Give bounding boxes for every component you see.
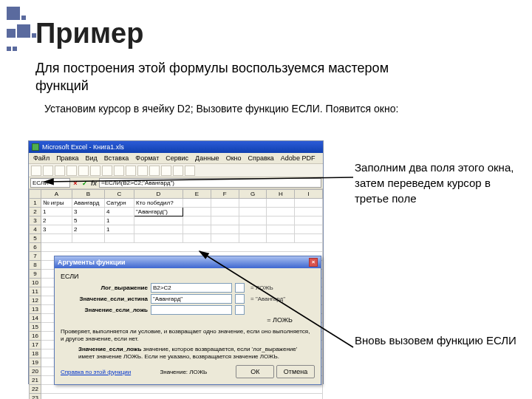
result-eq: = ЛОЖЬ <box>61 316 293 324</box>
menu-view[interactable]: Вид <box>86 154 98 162</box>
ok-button[interactable]: ОК <box>236 365 274 378</box>
subtitle: Для построения этой формулы воспользуемс… <box>35 59 434 95</box>
toolbar-button[interactable] <box>102 166 112 176</box>
table-row: 1 № игры Авангард Сатурн Кто победил? <box>30 199 323 208</box>
result-label: Значение: ЛОЖЬ <box>160 369 207 375</box>
excel-title: Microsoft Excel - Книга1.xls <box>42 143 124 151</box>
table-row: 5 <box>30 234 323 243</box>
toolbar-button[interactable] <box>149 166 160 176</box>
worksheet-grid[interactable]: A B C D E F G H I 1 № игры Авангард Сату… <box>29 189 323 399</box>
toolbar-button[interactable] <box>90 166 100 176</box>
fx-cancel-button[interactable]: × <box>72 180 79 187</box>
menu-window[interactable]: Окно <box>226 154 242 162</box>
argument-description: Значение_если_ложь значение, которое воз… <box>78 346 315 361</box>
function-arguments-dialog: Аргументы функции × ЕСЛИ Лог_выражение =… <box>54 256 321 385</box>
menu-insert[interactable]: Вставка <box>104 154 129 162</box>
collapse-icon[interactable] <box>235 305 245 315</box>
dialog-titlebar[interactable]: Аргументы функции × <box>55 256 321 268</box>
function-description: Проверяет, выполняется ли условие, и воз… <box>61 328 315 343</box>
menu-help[interactable]: Справка <box>248 154 274 162</box>
column-headers: A B C D E F G H I <box>30 190 323 199</box>
step-text: Установим курсор в ячейку D2; Вызовите ф… <box>44 102 399 117</box>
fx-buttons: × ✓ fx <box>72 180 98 187</box>
table-row: 4 3 2 1 <box>30 225 323 234</box>
menu-adobe[interactable]: Adobe PDF <box>281 154 316 162</box>
toolbar-button[interactable] <box>114 166 124 176</box>
menu-tools[interactable]: Сервис <box>166 154 188 162</box>
fx-button[interactable]: fx <box>90 180 98 187</box>
formula-bar-row: ЕСЛИ × ✓ fx =ЕСЛИ(B2>C2;"Авангард") <box>29 177 323 189</box>
arg2-eval: = "Авангард" <box>250 296 285 302</box>
fx-enter-button[interactable]: ✓ <box>81 180 89 187</box>
arg1-input[interactable] <box>151 283 232 293</box>
excel-toolbar[interactable] <box>29 164 323 177</box>
arg1-eval: = ЛОЖЬ <box>250 284 273 291</box>
active-cell-d2[interactable]: "Авангард") <box>134 208 183 216</box>
toolbar-button[interactable] <box>55 166 65 176</box>
excel-icon <box>32 143 39 151</box>
table-row: 3 2 5 1 <box>30 216 323 225</box>
arg2-label: Значение_если_истина <box>61 296 148 302</box>
formula-bar[interactable]: =ЕСЛИ(B2>C2;"Авангард") <box>99 178 321 188</box>
toolbar-button[interactable] <box>31 166 41 176</box>
arg2-input[interactable] <box>151 294 232 304</box>
menu-edit[interactable]: Правка <box>56 154 78 162</box>
toolbar-button[interactable] <box>173 166 183 176</box>
function-name: ЕСЛИ <box>61 273 315 280</box>
table-row: 2 1 3 4 "Авангард") <box>30 208 323 216</box>
menu-data[interactable]: Данные <box>195 154 219 162</box>
menu-file[interactable]: Файл <box>33 154 50 162</box>
annotation-2: Вновь вызовем функцию ЕСЛИ <box>355 332 517 348</box>
page-title: Пример <box>35 18 143 50</box>
annotation-1: Заполним два поля этого окна, затем пере… <box>355 160 517 206</box>
excel-titlebar: Microsoft Excel - Книга1.xls <box>29 141 323 153</box>
dialog-close-button[interactable]: × <box>309 258 318 267</box>
menu-format[interactable]: Формат <box>135 154 159 162</box>
excel-window: Microsoft Excel - Книга1.xls Файл Правка… <box>28 140 324 384</box>
arg3-input[interactable] <box>151 305 232 315</box>
name-box[interactable]: ЕСЛИ <box>30 178 70 188</box>
toolbar-button[interactable] <box>185 166 195 176</box>
slide-deco <box>6 6 37 55</box>
help-link[interactable]: Справка по этой функции <box>61 369 131 375</box>
dialog-title: Аргументы функции <box>58 259 126 266</box>
collapse-icon[interactable] <box>235 294 245 304</box>
toolbar-button[interactable] <box>66 166 77 176</box>
arg3-label: Значение_если_ложь <box>61 307 148 313</box>
toolbar-button[interactable] <box>161 166 171 176</box>
collapse-icon[interactable] <box>235 283 245 293</box>
cancel-button[interactable]: Отмена <box>276 365 315 378</box>
toolbar-button[interactable] <box>43 166 53 176</box>
excel-menubar[interactable]: Файл Правка Вид Вставка Формат Сервис Да… <box>29 153 323 164</box>
toolbar-button[interactable] <box>126 166 136 176</box>
toolbar-button[interactable] <box>78 166 89 176</box>
toolbar-button[interactable] <box>137 166 148 176</box>
arg1-label: Лог_выражение <box>61 284 148 291</box>
